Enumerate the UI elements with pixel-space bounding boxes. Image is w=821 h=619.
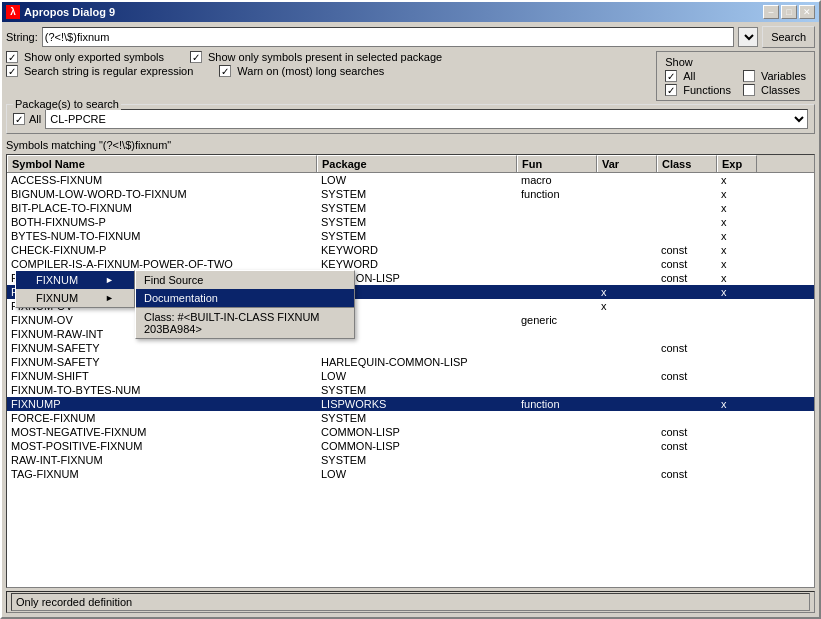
search-button[interactable]: Search bbox=[762, 26, 815, 48]
table-row[interactable]: FIXNUM-RAW-INT bbox=[7, 327, 814, 341]
show-in-package-checkbox[interactable] bbox=[190, 51, 202, 63]
package-group-label: Package(s) to search bbox=[13, 98, 121, 110]
table-row[interactable]: MOST-NEGATIVE-FIXNUMCOMMON-LISPconst bbox=[7, 425, 814, 439]
package-all-checkbox[interactable] bbox=[13, 113, 25, 125]
table-row[interactable]: FIXNUM-SAFETYconst bbox=[7, 341, 814, 355]
submenu-class-info: Class: #<BUILT-IN-CLASS FIXNUM 203BA984> bbox=[136, 307, 354, 338]
show-exported-label: Show only exported symbols bbox=[24, 51, 164, 63]
table-row[interactable]: BYTES-NUM-TO-FIXNUMSYSTEMx bbox=[7, 229, 814, 243]
show-variables-checkbox[interactable] bbox=[743, 70, 755, 82]
table-row[interactable]: MOST-POSITIVE-FIXNUMCOMMON-LISPconst bbox=[7, 439, 814, 453]
table-row[interactable]: ACCESS-FIXNUMLOWmacrox bbox=[7, 173, 814, 187]
window-title: Apropos Dialog 9 bbox=[24, 6, 115, 18]
show-classes-label: Classes bbox=[761, 84, 800, 96]
search-regex-label: Search string is regular expression bbox=[24, 65, 193, 77]
status-inner: Only recorded definition bbox=[11, 593, 810, 611]
table-row[interactable]: TAG-FIXNUMLOWconst bbox=[7, 467, 814, 481]
string-label: String: bbox=[6, 31, 38, 43]
table-row[interactable]: RAW-INT-FIXNUMSYSTEM bbox=[7, 453, 814, 467]
col-header-fun[interactable]: Fun bbox=[517, 155, 597, 172]
table-row[interactable]: FORCE-FIXNUMSYSTEM bbox=[7, 411, 814, 425]
col-header-package[interactable]: Package bbox=[317, 155, 517, 172]
package-all-label: All bbox=[29, 113, 41, 125]
titlebar: λ Apropos Dialog 9 – □ ✕ bbox=[2, 2, 819, 22]
search-regex-checkbox[interactable] bbox=[6, 65, 18, 77]
status-text: Only recorded definition bbox=[16, 596, 132, 608]
show-panel-title: Show bbox=[665, 56, 806, 68]
show-functions-checkbox[interactable] bbox=[665, 84, 677, 96]
show-all-label: All bbox=[683, 70, 695, 82]
string-dropdown[interactable]: ▼ bbox=[738, 27, 758, 47]
context-menu-item-fixnum1[interactable]: FIXNUM ► bbox=[16, 271, 134, 289]
maximize-button[interactable]: □ bbox=[781, 5, 797, 19]
table-row[interactable]: FIXNUMPLISPWORKSfunctionx bbox=[7, 397, 814, 411]
warn-long-label: Warn on (most) long searches bbox=[237, 65, 384, 77]
warn-long-checkbox[interactable] bbox=[219, 65, 231, 77]
col-header-class[interactable]: Class bbox=[657, 155, 717, 172]
show-functions-label: Functions bbox=[683, 84, 731, 96]
table-header: Symbol Name Package Fun Var Class Exp bbox=[7, 155, 814, 173]
table-row[interactable]: CHECK-FIXNUM-PKEYWORDconstx bbox=[7, 243, 814, 257]
main-content: String: (?<!\$)fixnum ▼ Search Show only… bbox=[2, 22, 819, 617]
package-group: Package(s) to search All CL-PPCRE bbox=[6, 104, 815, 134]
symbols-table: Symbol Name Package Fun Var Class Exp AC… bbox=[6, 154, 815, 588]
table-row[interactable]: FIXNUM-SHIFTLOWconst bbox=[7, 369, 814, 383]
table-row[interactable]: BIT-PLACE-TO-FIXNUMSYSTEMx bbox=[7, 201, 814, 215]
show-all-checkbox[interactable] bbox=[665, 70, 677, 82]
table-row[interactable]: COMPILER-IS-A-FIXNUM-POWER-OF-TWOKEYWORD… bbox=[7, 257, 814, 271]
submenu: Find Source Documentation Class: #<BUILT… bbox=[135, 270, 355, 339]
close-button[interactable]: ✕ bbox=[799, 5, 815, 19]
show-variables-label: Variables bbox=[761, 70, 806, 82]
option-row-1: Show only exported symbols Show only sym… bbox=[6, 51, 656, 63]
col-header-var[interactable]: Var bbox=[597, 155, 657, 172]
show-in-package-label: Show only symbols present in selected pa… bbox=[208, 51, 442, 63]
minimize-button[interactable]: – bbox=[763, 5, 779, 19]
show-classes-checkbox[interactable] bbox=[743, 84, 755, 96]
titlebar-title: λ Apropos Dialog 9 bbox=[6, 5, 115, 19]
table-body: ACCESS-FIXNUMLOWmacroxBIGNUM-LOW-WORD-TO… bbox=[7, 173, 814, 583]
table-row[interactable]: BOTH-FIXNUMS-PSYSTEMx bbox=[7, 215, 814, 229]
show-exported-checkbox[interactable] bbox=[6, 51, 18, 63]
app-icon: λ bbox=[6, 5, 20, 19]
symbols-matching-label: Symbols matching "(?<!\$)fixnum" bbox=[6, 139, 815, 151]
col-header-symbol[interactable]: Symbol Name bbox=[7, 155, 317, 172]
package-select[interactable]: CL-PPCRE bbox=[45, 109, 808, 129]
main-window: λ Apropos Dialog 9 – □ ✕ String: (?<!\$)… bbox=[0, 0, 821, 619]
table-row[interactable]: FIXNUM-SAFETYHARLEQUIN-COMMON-LISP bbox=[7, 355, 814, 369]
table-row[interactable]: BIGNUM-LOW-WORD-TO-FIXNUMSYSTEMfunctionx bbox=[7, 187, 814, 201]
search-input[interactable]: (?<!\$)fixnum bbox=[42, 27, 734, 47]
submenu-find-source[interactable]: Find Source bbox=[136, 271, 354, 289]
submenu-documentation[interactable]: Documentation bbox=[136, 289, 354, 307]
context-menu-level1: FIXNUM ► FIXNUM ► bbox=[15, 270, 135, 308]
table-row[interactable]: FIXNUM-TO-BYTES-NUMSYSTEM bbox=[7, 383, 814, 397]
string-row: String: (?<!\$)fixnum ▼ Search bbox=[6, 26, 815, 48]
show-panel: Show All Functions bbox=[656, 51, 815, 101]
context-menu-item-fixnum2[interactable]: FIXNUM ► bbox=[16, 289, 134, 307]
package-row: All CL-PPCRE bbox=[13, 109, 808, 129]
titlebar-buttons: – □ ✕ bbox=[763, 5, 815, 19]
col-header-exp[interactable]: Exp bbox=[717, 155, 757, 172]
table-row[interactable]: FIXNUM-OVgeneric bbox=[7, 313, 814, 327]
status-bar: Only recorded definition bbox=[6, 591, 815, 613]
option-row-2: Search string is regular expression Warn… bbox=[6, 65, 656, 77]
